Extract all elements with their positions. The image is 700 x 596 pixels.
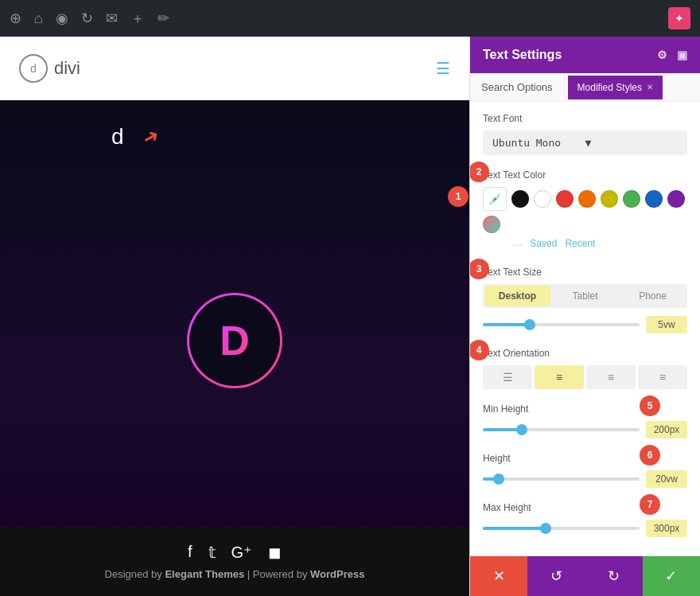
footer-designed-by: Designed by [105, 568, 165, 580]
max-height-group: Max Height 7 [483, 502, 687, 537]
panel-header: Text Settings ⚙ ▣ [470, 37, 700, 73]
size-slider-row [483, 316, 687, 333]
comment-icon[interactable]: ✉ [106, 10, 118, 27]
min-height-value[interactable] [646, 421, 687, 438]
panel-content: Text Font Ubuntu Mono ▼ Text Text Color … [470, 102, 700, 556]
right-panel: Text Settings ⚙ ▣ Search Options Modifie… [469, 37, 700, 596]
footer-text: Designed by Elegant Themes | Powered by … [16, 568, 453, 580]
modified-styles-close-icon[interactable]: ✕ [647, 83, 653, 92]
text-size-label: Text Text Size [483, 267, 687, 278]
color-swatch-orange[interactable] [578, 190, 596, 208]
step-badge-1: 1 [448, 186, 469, 207]
color-swatch-green[interactable] [623, 190, 640, 208]
modified-styles-button[interactable]: Modified Styles ✕ [568, 76, 663, 99]
color-swatch-gradient[interactable] [483, 216, 500, 233]
max-height-slider-track[interactable] [483, 527, 640, 530]
divi-d-letter: D [220, 317, 250, 364]
height-value[interactable] [646, 470, 687, 488]
home-icon[interactable]: ⌂ [34, 10, 43, 27]
twitter-icon[interactable]: 𝕥 [208, 543, 216, 562]
step-badge-7: 7 [640, 494, 660, 515]
size-slider-value[interactable] [646, 316, 687, 333]
color-swatch-red[interactable] [556, 190, 574, 208]
text-color-label: Text Text Color [483, 169, 687, 181]
color-swatch-yellow[interactable] [601, 190, 618, 208]
layout-icon[interactable]: ▣ [677, 49, 687, 61]
step-badge-6: 6 [640, 445, 660, 466]
top-toolbar: ⊕ ⌂ ◉ ↻ ✉ ＋ ✏ ✦ [0, 0, 700, 37]
pencil-icon[interactable]: ✏ [158, 10, 169, 27]
color-links-row: ··· Saved Recent [511, 238, 687, 252]
site-header: d divi ☰ [0, 37, 469, 100]
recent-colors-link[interactable]: Recent [565, 238, 595, 252]
red-arrow-icon: ➜ [138, 123, 163, 150]
tab-phone[interactable]: Phone [620, 286, 686, 306]
hero-letter-d: d [111, 124, 124, 150]
footer-cms: WordPress [310, 568, 364, 580]
orientation-buttons: ☰ ≡ ≡ ≡ [483, 365, 687, 389]
settings-icon[interactable]: ⚙ [657, 49, 667, 61]
color-swatch-purple[interactable] [667, 190, 685, 208]
size-slider-track[interactable] [483, 323, 640, 326]
panel-header-icons: ⚙ ▣ [657, 49, 687, 61]
save-button[interactable]: ✓ [643, 556, 700, 596]
height-group: Height 6 [483, 453, 687, 488]
googleplus-icon[interactable]: G⁺ [231, 543, 253, 562]
font-value: Ubuntu Mono [492, 137, 585, 149]
main-area: d divi ☰ d ➜ 1 D ··· [0, 37, 700, 596]
height-slider-row [483, 470, 687, 488]
orient-justify-button[interactable]: ≡ [638, 365, 687, 389]
text-orientation-label: Text Orientation [483, 348, 687, 359]
saved-colors-link[interactable]: Saved [530, 238, 557, 252]
plus-icon[interactable]: ＋ [130, 9, 145, 28]
color-swatch-black[interactable] [511, 190, 529, 208]
color-swatch-white[interactable] [534, 190, 551, 208]
min-height-group: Min Height 5 [483, 403, 687, 438]
panel-footer: ✕ ↺ ↻ ✓ [470, 556, 700, 596]
circle-icon[interactable]: ◉ [56, 10, 68, 27]
footer-brand: Elegant Themes [165, 568, 244, 580]
color-more-icon[interactable]: ··· [511, 238, 522, 252]
tab-desktop[interactable]: Desktop [484, 286, 550, 306]
divi-logo-circle: D [187, 293, 282, 388]
modified-styles-label: Modified Styles [578, 82, 642, 93]
height-slider-track[interactable] [483, 477, 640, 481]
max-height-slider-row [483, 520, 687, 537]
site-footer: f 𝕥 G⁺ ◼ Designed by Elegant Themes | Po… [0, 527, 469, 596]
max-height-slider-thumb[interactable] [540, 523, 551, 534]
size-slider-thumb[interactable] [524, 319, 535, 330]
footer-separator: | Powered by [244, 568, 310, 580]
facebook-icon[interactable]: f [188, 543, 192, 562]
step-badge-5: 5 [640, 395, 660, 416]
device-tabs: Desktop Tablet Phone [483, 284, 687, 308]
text-size-group: Text Text Size 3 Desktop Tablet Phone [483, 267, 687, 333]
refresh-icon[interactable]: ↻ [81, 10, 93, 27]
min-height-slider-row [483, 421, 687, 438]
hero-section: d ➜ 1 D ··· f 𝕥 G⁺ ◼ [0, 100, 469, 596]
font-select-wrapper[interactable]: Ubuntu Mono ▼ [483, 130, 687, 155]
text-font-group: Text Font Ubuntu Mono ▼ [483, 113, 687, 155]
rss-icon[interactable]: ◼ [268, 543, 282, 562]
orient-center-button[interactable]: ≡ [535, 365, 584, 389]
divi-star-icon[interactable]: ✦ [668, 7, 690, 29]
tab-tablet[interactable]: Tablet [552, 286, 618, 306]
min-height-slider-thumb[interactable] [516, 424, 527, 435]
hamburger-icon[interactable]: ☰ [436, 59, 450, 78]
wordpress-icon[interactable]: ⊕ [10, 10, 21, 27]
min-height-slider-track[interactable] [483, 428, 640, 431]
orient-left-button[interactable]: ☰ [483, 365, 532, 389]
eyedropper-icon[interactable]: 💉 [483, 187, 507, 211]
redo-button[interactable]: ↻ [585, 556, 643, 596]
social-icons: f 𝕥 G⁺ ◼ [16, 543, 453, 562]
undo-button[interactable]: ↺ [527, 556, 585, 596]
height-slider-thumb[interactable] [493, 473, 504, 485]
orient-right-button[interactable]: ≡ [586, 365, 636, 389]
logo-circle: d [19, 54, 48, 83]
panel-title: Text Settings [483, 48, 562, 62]
search-options-button[interactable]: Search Options [470, 73, 565, 101]
max-height-value[interactable] [646, 520, 687, 537]
color-swatch-blue[interactable] [645, 190, 663, 208]
cancel-button[interactable]: ✕ [470, 556, 527, 596]
logo-name: divi [54, 58, 80, 79]
logo-letter: d [30, 62, 37, 75]
